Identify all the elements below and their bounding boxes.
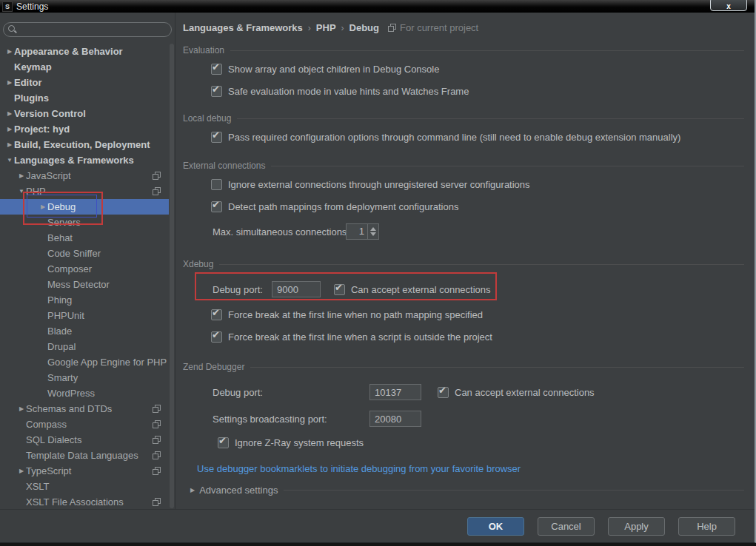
checkbox[interactable] — [218, 437, 229, 448]
tree-expand-arrow-icon[interactable]: ▶ — [39, 203, 47, 210]
ok-button[interactable]: OK — [467, 517, 524, 536]
zend-port-row: Debug port: 10137 Can accept external co… — [183, 384, 755, 400]
checkbox[interactable] — [211, 309, 222, 320]
stepper-down-icon[interactable] — [370, 232, 376, 236]
tree-item[interactable]: Template Data Languages — [0, 448, 169, 463]
tree-item-label: Compass — [26, 419, 67, 430]
close-button[interactable]: x — [710, 0, 747, 11]
checkbox[interactable] — [211, 201, 222, 212]
tree-expand-arrow-icon[interactable]: ▶ — [5, 141, 14, 148]
tree-item[interactable]: ▶ TypeScript — [0, 463, 169, 479]
tree-item-label: PHPUnit — [47, 310, 84, 321]
scope-label: For current project — [400, 22, 478, 33]
tree-item[interactable]: Code Sniffer — [0, 246, 169, 261]
checkbox[interactable] — [211, 179, 222, 190]
tree-item-label: Behat — [47, 232, 73, 243]
bookmarklets-link[interactable]: Use debugger bookmarklets to initiate de… — [197, 463, 521, 474]
tree-expand-arrow-icon[interactable]: ▶ — [5, 79, 14, 86]
tree-item[interactable]: XSLT File Associations — [0, 494, 169, 510]
tree-item[interactable]: ▼ PHP — [0, 183, 169, 199]
max-connections-value[interactable]: 1 — [347, 224, 367, 239]
zend-port-field[interactable]: 10137 — [369, 384, 421, 400]
breadcrumb-item: Debug — [349, 22, 379, 33]
tree-item[interactable]: ▶ JavaScript — [0, 168, 169, 183]
tree-expand-arrow-icon[interactable]: ▶ — [17, 468, 26, 474]
tree-item[interactable]: Drupal — [0, 339, 169, 354]
tree-item[interactable]: ▶ Debug — [0, 199, 169, 215]
search-input[interactable] — [3, 22, 172, 37]
tree-item[interactable]: Servers — [0, 215, 169, 230]
per-project-icon — [153, 436, 161, 444]
zend-broadcast-label: Settings broadcasting port: — [213, 414, 369, 425]
zend-broadcast-field[interactable]: 20080 — [369, 411, 421, 427]
per-project-icon — [153, 498, 161, 506]
checkbox[interactable] — [438, 387, 449, 398]
checkbox-label: Can accept external connections — [455, 387, 595, 398]
max-connections-stepper[interactable]: 1 — [346, 223, 379, 240]
advanced-settings-toggle[interactable]: ▶ Advanced settings — [190, 485, 744, 496]
tree-item-label: Smarty — [47, 372, 78, 383]
checkbox[interactable] — [211, 132, 222, 143]
tree-item[interactable]: ▶ Build, Execution, Deployment — [0, 137, 169, 152]
tree-expand-arrow-icon[interactable]: ▼ — [17, 188, 26, 195]
app-icon: S — [2, 1, 13, 12]
tree-expand-arrow-icon[interactable]: ▶ — [5, 126, 14, 132]
search-icon — [8, 25, 17, 34]
checkbox-row: Force break at the first line when no pa… — [183, 309, 755, 320]
apply-button[interactable]: Apply — [608, 517, 665, 536]
tree-item[interactable]: PHPUnit — [0, 308, 169, 323]
tree-item-label: Composer — [47, 263, 92, 274]
tree-item-label: Mess Detector — [47, 279, 110, 290]
tree-item-label: Editor — [14, 77, 42, 88]
help-button[interactable]: Help — [678, 517, 735, 536]
zend-port-label: Debug port: — [213, 387, 369, 398]
tree-item-label: Languages & Frameworks — [14, 155, 134, 166]
tree-item[interactable]: Behat — [0, 230, 169, 246]
tree-item[interactable]: ▶ Version Control — [0, 106, 169, 121]
tree-expand-arrow-icon[interactable]: ▶ — [17, 405, 26, 412]
tree-expand-arrow-icon[interactable]: ▶ — [5, 110, 14, 117]
stepper-buttons[interactable] — [367, 224, 378, 239]
zend-broadcast-row: Settings broadcasting port: 20080 — [183, 411, 755, 427]
per-project-icon — [153, 451, 161, 459]
tree-item-label: JavaScript — [26, 170, 71, 181]
tree-item[interactable]: ▶ Project: hyd — [0, 121, 169, 137]
stepper-up-icon[interactable] — [370, 227, 376, 231]
tree-item[interactable]: Blade — [0, 323, 169, 339]
tree-expand-arrow-icon[interactable]: ▼ — [5, 157, 14, 164]
cancel-button[interactable]: Cancel — [538, 517, 595, 536]
checkbox-label: Show array and object children in Debug … — [228, 64, 439, 75]
tree-item[interactable]: Composer — [0, 261, 169, 277]
section-title-external-connections: External connections — [183, 161, 744, 171]
tree-item[interactable]: SQL Dialects — [0, 432, 169, 448]
tree-item[interactable]: Mess Detector — [0, 277, 169, 292]
tree-item[interactable]: Keymap — [0, 59, 169, 75]
checkbox[interactable] — [334, 284, 345, 295]
breadcrumb-item[interactable]: Languages & Frameworks — [183, 22, 303, 33]
breadcrumb-item[interactable]: PHP — [316, 22, 336, 33]
tree-item[interactable]: ▶ Editor — [0, 75, 169, 90]
tree-item[interactable]: Smarty — [0, 370, 169, 385]
tree-item[interactable]: XSLT — [0, 479, 169, 494]
tree-item[interactable]: Compass — [0, 417, 169, 432]
tree-expand-arrow-icon[interactable]: ▶ — [5, 48, 14, 55]
tree-scrollbar[interactable] — [170, 44, 174, 508]
section-title-xdebug: Xdebug — [183, 259, 744, 269]
tree-item[interactable]: ▼ Languages & Frameworks — [0, 152, 169, 168]
checkbox-label: Force break at the first line when no pa… — [228, 309, 483, 320]
tree-item[interactable]: Plugins — [0, 90, 169, 106]
checkbox-row: Show array and object children in Debug … — [183, 64, 755, 75]
tree-item[interactable]: Phing — [0, 292, 169, 308]
checkbox[interactable] — [211, 86, 222, 97]
tree-expand-arrow-icon[interactable]: ▶ — [17, 172, 26, 179]
tree-item-label: Servers — [47, 217, 81, 228]
tree-item[interactable]: WordPress — [0, 385, 169, 401]
xdebug-port-field[interactable]: 9000 — [272, 281, 321, 297]
checkbox[interactable] — [211, 331, 222, 343]
tree-item-label: WordPress — [47, 388, 95, 399]
tree-item[interactable]: ▶ Appearance & Behavior — [0, 44, 169, 59]
checkbox[interactable] — [211, 64, 222, 75]
tree-item[interactable]: Google App Engine for PHP — [0, 354, 169, 370]
title-bar[interactable]: S Settings x — [0, 0, 755, 13]
tree-item[interactable]: ▶ Schemas and DTDs — [0, 401, 169, 417]
